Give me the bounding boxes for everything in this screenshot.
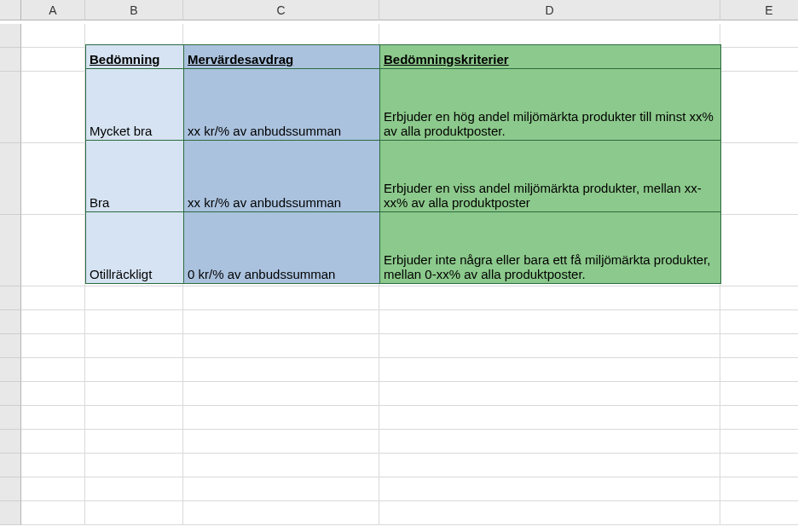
cell[interactable] bbox=[183, 382, 379, 406]
cell[interactable] bbox=[183, 334, 379, 358]
cell[interactable] bbox=[21, 72, 85, 143]
cell[interactable] bbox=[21, 358, 85, 382]
cell[interactable] bbox=[183, 286, 379, 310]
assessment-table: Bedömning Mervärdesavdrag Bedömningskrit… bbox=[85, 44, 721, 284]
cell[interactable] bbox=[21, 454, 85, 477]
row-header[interactable] bbox=[0, 72, 21, 143]
col-header-a[interactable]: A bbox=[21, 0, 85, 20]
cell[interactable] bbox=[183, 358, 379, 382]
row-header[interactable] bbox=[0, 215, 21, 286]
cell[interactable] bbox=[21, 143, 85, 215]
cell[interactable] bbox=[85, 358, 183, 382]
cell[interactable] bbox=[720, 501, 798, 525]
cell[interactable] bbox=[720, 406, 798, 430]
cell-bedomning[interactable]: Mycket bra bbox=[86, 69, 184, 141]
cell[interactable] bbox=[379, 501, 720, 525]
cell[interactable] bbox=[21, 286, 85, 310]
cell[interactable] bbox=[379, 286, 720, 310]
cell[interactable] bbox=[85, 454, 183, 477]
cell[interactable] bbox=[85, 477, 183, 501]
cell[interactable] bbox=[85, 334, 183, 358]
table-row: Bra xx kr/% av anbudssumman Erbjuder en … bbox=[86, 141, 721, 212]
row-header[interactable] bbox=[0, 430, 21, 454]
cell[interactable] bbox=[21, 310, 85, 334]
cell[interactable] bbox=[85, 406, 183, 430]
cell[interactable] bbox=[720, 358, 798, 382]
cell[interactable] bbox=[21, 48, 85, 72]
row-header[interactable] bbox=[0, 310, 21, 334]
cell[interactable] bbox=[183, 310, 379, 334]
cell[interactable] bbox=[379, 358, 720, 382]
cell[interactable] bbox=[21, 215, 85, 286]
cell[interactable] bbox=[183, 454, 379, 477]
table-row: Mycket bra xx kr/% av anbudssumman Erbju… bbox=[86, 69, 721, 141]
cell[interactable] bbox=[379, 334, 720, 358]
cell[interactable] bbox=[720, 477, 798, 501]
cell[interactable] bbox=[720, 143, 798, 215]
cell[interactable] bbox=[85, 501, 183, 525]
row-header[interactable] bbox=[0, 24, 21, 48]
row-header[interactable] bbox=[0, 143, 21, 215]
cell[interactable] bbox=[720, 286, 798, 310]
cell[interactable] bbox=[21, 24, 85, 48]
cell[interactable] bbox=[183, 406, 379, 430]
cell[interactable] bbox=[720, 382, 798, 406]
cell-mervardesavdrag[interactable]: xx kr/% av anbudssumman bbox=[184, 69, 380, 141]
cell[interactable] bbox=[379, 477, 720, 501]
row-header[interactable] bbox=[0, 406, 21, 430]
cell[interactable] bbox=[21, 501, 85, 525]
cell-kriterier[interactable]: Erbjuder inte några eller bara ett få mi… bbox=[380, 212, 721, 284]
cell-kriterier[interactable]: Erbjuder en viss andel miljömärkta produ… bbox=[380, 141, 721, 212]
cell[interactable] bbox=[720, 310, 798, 334]
cell[interactable] bbox=[85, 286, 183, 310]
col-header-b[interactable]: B bbox=[85, 0, 183, 20]
col-header-e[interactable]: E bbox=[720, 0, 798, 20]
cell[interactable] bbox=[85, 382, 183, 406]
cell[interactable] bbox=[720, 72, 798, 143]
cell-mervardesavdrag[interactable]: xx kr/% av anbudssumman bbox=[184, 141, 380, 212]
cell[interactable] bbox=[379, 406, 720, 430]
header-bedomning[interactable]: Bedömning bbox=[86, 45, 184, 69]
cell[interactable] bbox=[85, 310, 183, 334]
cell-kriterier[interactable]: Erbjuder en hög andel miljömärkta produk… bbox=[380, 69, 721, 141]
cell[interactable] bbox=[379, 454, 720, 477]
row-header[interactable] bbox=[0, 334, 21, 358]
cell[interactable] bbox=[379, 310, 720, 334]
cell[interactable] bbox=[720, 215, 798, 286]
cell-bedomning[interactable]: Otillräckligt bbox=[86, 212, 184, 284]
cell[interactable] bbox=[21, 477, 85, 501]
cell[interactable] bbox=[720, 430, 798, 454]
cell[interactable] bbox=[21, 382, 85, 406]
col-header-c[interactable]: C bbox=[183, 0, 379, 20]
cell[interactable] bbox=[183, 477, 379, 501]
cell[interactable] bbox=[21, 406, 85, 430]
spreadsheet-grid[interactable]: A B C D E Bedömning Mervärdesa bbox=[0, 0, 798, 525]
cell[interactable] bbox=[183, 501, 379, 525]
cell-mervardesavdrag[interactable]: 0 kr/% av anbudssumman bbox=[184, 212, 380, 284]
cell[interactable] bbox=[183, 430, 379, 454]
col-header-d[interactable]: D bbox=[379, 0, 720, 20]
cell[interactable] bbox=[720, 48, 798, 72]
cell[interactable] bbox=[379, 430, 720, 454]
cell[interactable] bbox=[379, 382, 720, 406]
cell[interactable] bbox=[85, 430, 183, 454]
row-header[interactable] bbox=[0, 286, 21, 310]
row-header[interactable] bbox=[0, 477, 21, 501]
cell[interactable] bbox=[720, 454, 798, 477]
header-mervardesavdrag[interactable]: Mervärdesavdrag bbox=[184, 45, 380, 69]
header-bedomningskriterier[interactable]: Bedömningskriterier bbox=[380, 45, 721, 69]
row-header[interactable] bbox=[0, 48, 21, 72]
row-header[interactable] bbox=[0, 454, 21, 477]
table-row: Otillräckligt 0 kr/% av anbudssumman Erb… bbox=[86, 212, 721, 284]
cell[interactable] bbox=[720, 24, 798, 48]
row-header[interactable] bbox=[0, 358, 21, 382]
cell-bedomning[interactable]: Bra bbox=[86, 141, 184, 212]
cell[interactable] bbox=[21, 430, 85, 454]
select-all-corner[interactable] bbox=[0, 0, 21, 20]
cell[interactable] bbox=[21, 334, 85, 358]
cell[interactable] bbox=[720, 334, 798, 358]
row-header[interactable] bbox=[0, 501, 21, 525]
row-header[interactable] bbox=[0, 382, 21, 406]
